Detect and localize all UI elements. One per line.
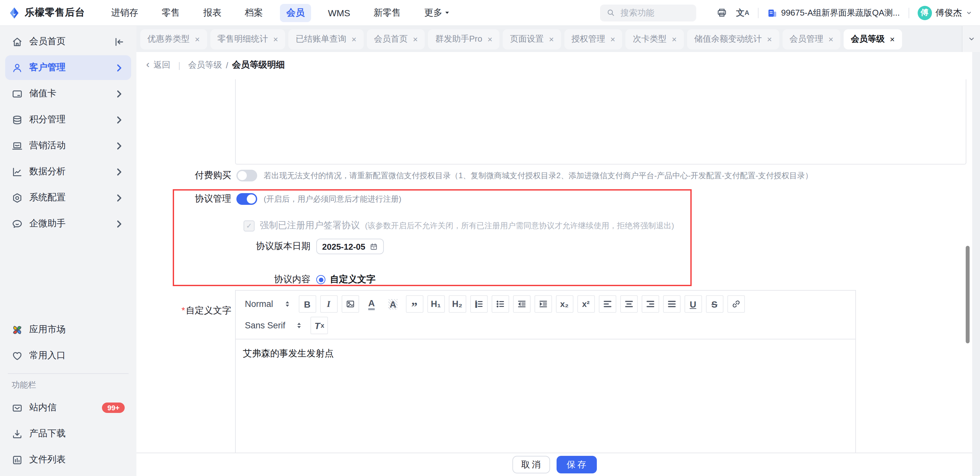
close-icon[interactable]: × bbox=[611, 35, 615, 43]
user-menu[interactable]: 傅 傅俊杰 bbox=[917, 6, 972, 20]
heading1-button[interactable]: H₁ bbox=[427, 295, 445, 313]
underline-button[interactable]: U bbox=[684, 295, 702, 313]
tab-page-settings[interactable]: 页面设置× bbox=[503, 29, 561, 49]
font-family-dropdown[interactable]: Sans Serif bbox=[241, 317, 307, 334]
force-sign-checkbox[interactable]: ✓ bbox=[243, 220, 255, 231]
sidebar-item-inbox[interactable]: 站内信99+ bbox=[5, 395, 131, 420]
nav-item-archives[interactable]: 档案 bbox=[239, 3, 269, 22]
nav-item-more[interactable]: 更多 bbox=[418, 3, 457, 22]
collapse-icon bbox=[114, 36, 125, 47]
heading2-button[interactable]: H₂ bbox=[449, 295, 466, 313]
version-date-value: 2025-12-05 bbox=[322, 241, 365, 251]
italic-button[interactable]: I bbox=[320, 295, 337, 313]
ordered-list-button[interactable] bbox=[470, 295, 487, 313]
sidebar: 会员首页客户管理储值卡积分管理营销活动数据分析系统配置企微助手 应用市场常用入口… bbox=[0, 26, 136, 476]
org-selector[interactable]: 99675-A组新界面果蔬版QA测... bbox=[767, 7, 900, 19]
breadcrumb-parent[interactable]: 会员等级 bbox=[188, 59, 222, 71]
text-color-button[interactable]: A bbox=[363, 295, 380, 313]
outdent-button[interactable] bbox=[513, 295, 530, 313]
sidebar-item-product-download[interactable]: 产品下载 bbox=[5, 422, 131, 446]
tab-member-home[interactable]: 会员首页× bbox=[367, 29, 425, 49]
tab-member-level[interactable]: 会员等级× bbox=[844, 29, 902, 49]
updown-icon bbox=[296, 322, 303, 329]
tab-coupon-type[interactable]: 优惠券类型× bbox=[140, 29, 207, 49]
agreement-label: 协议管理 bbox=[136, 193, 231, 205]
align-right-button[interactable] bbox=[641, 295, 659, 313]
clear-format-button[interactable]: Tx bbox=[311, 317, 328, 334]
close-icon[interactable]: × bbox=[413, 35, 418, 43]
scrolled-content-box bbox=[235, 79, 966, 165]
search-box[interactable] bbox=[600, 4, 697, 21]
dropdown-value: Sans Serif bbox=[245, 321, 285, 330]
nav-item-label: 新零售 bbox=[374, 7, 401, 19]
sidebar-item-data-analysis[interactable]: 数据分析 bbox=[5, 159, 131, 184]
link-button[interactable] bbox=[727, 295, 745, 313]
tab-member-management[interactable]: 会员管理× bbox=[782, 29, 840, 49]
insert-image-button[interactable] bbox=[341, 295, 359, 313]
close-icon[interactable]: × bbox=[195, 35, 200, 43]
content-type-row: 协议内容 自定义文字 bbox=[136, 274, 375, 286]
sidebar-item-label: 文件列表 bbox=[29, 454, 65, 466]
tab-retail-detail-stats[interactable]: 零售明细统计× bbox=[210, 29, 285, 49]
sidebar-item-app-market[interactable]: 应用市场 bbox=[5, 317, 131, 342]
strikethrough-button[interactable]: S bbox=[706, 295, 723, 313]
sidebar-item-file-list[interactable]: 文件列表 bbox=[5, 447, 131, 472]
scrollbar-thumb[interactable] bbox=[966, 246, 970, 343]
tab-punch-card-type[interactable]: 次卡类型× bbox=[626, 29, 684, 49]
highlight-color-button[interactable]: A bbox=[384, 295, 402, 313]
sidebar-item-system-config[interactable]: 系统配置 bbox=[5, 185, 131, 210]
close-icon[interactable]: × bbox=[672, 35, 677, 43]
align-center-button[interactable] bbox=[620, 295, 638, 313]
tab-auth-management[interactable]: 授权管理× bbox=[564, 29, 622, 49]
content-type-option: 自定义文字 bbox=[330, 274, 375, 286]
sidebar-item-label: 会员首页 bbox=[29, 36, 65, 48]
tabs-overflow-button[interactable] bbox=[962, 26, 980, 52]
print-button[interactable] bbox=[717, 7, 728, 18]
back-button[interactable]: ‹返回 bbox=[146, 59, 170, 71]
cancel-button[interactable]: 取消 bbox=[512, 456, 550, 473]
close-icon[interactable]: × bbox=[890, 35, 895, 43]
subscript-button[interactable]: x₂ bbox=[555, 295, 573, 313]
sidebar-item-member-home[interactable]: 会员首页 bbox=[5, 29, 131, 54]
translate-button[interactable]: 文A bbox=[736, 8, 749, 17]
close-icon[interactable]: × bbox=[767, 35, 772, 43]
indent-button[interactable] bbox=[534, 295, 552, 313]
sidebar-item-points-mgmt[interactable]: 积分管理 bbox=[5, 107, 131, 132]
close-icon[interactable]: × bbox=[549, 35, 554, 43]
sidebar-item-customer-mgmt[interactable]: 客户管理 bbox=[5, 55, 131, 80]
sidebar-item-common-entries[interactable]: 常用入口 bbox=[5, 343, 131, 368]
editor-content[interactable]: 艾弗森的事发生发射点 bbox=[236, 339, 855, 368]
sidebar-item-marketing[interactable]: 营销活动 bbox=[5, 133, 131, 158]
search-input[interactable] bbox=[619, 7, 682, 18]
close-icon[interactable]: × bbox=[828, 35, 833, 43]
align-justify-button[interactable] bbox=[663, 295, 680, 313]
tab-mass-sender-pro[interactable]: 群发助手Pro× bbox=[428, 29, 500, 49]
blockquote-button[interactable]: ” bbox=[406, 295, 423, 313]
force-sign-label: 强制已注册用户签署协议 bbox=[260, 220, 360, 232]
agreement-toggle[interactable] bbox=[236, 193, 257, 205]
nav-item-member[interactable]: 会员 bbox=[280, 3, 311, 22]
save-button[interactable]: 保存 bbox=[556, 456, 597, 473]
nav-item-wms[interactable]: WMS bbox=[321, 4, 356, 21]
bullet-list-button[interactable] bbox=[491, 295, 509, 313]
nav-item-reports[interactable]: 报表 bbox=[197, 3, 228, 22]
custom-text-radio[interactable] bbox=[316, 275, 325, 284]
paid-purchase-toggle[interactable] bbox=[236, 170, 257, 181]
nav-item-inventory[interactable]: 进销存 bbox=[105, 3, 145, 22]
close-icon[interactable]: × bbox=[273, 35, 278, 43]
tab-stored-value-change-stats[interactable]: 储值余额变动统计× bbox=[687, 29, 779, 49]
nav-item-retail[interactable]: 零售 bbox=[155, 3, 186, 22]
unread-badge: 99+ bbox=[102, 403, 125, 413]
coins-icon bbox=[12, 114, 23, 125]
nav-item-new-retail[interactable]: 新零售 bbox=[367, 3, 407, 22]
paragraph-style-dropdown[interactable]: Normal bbox=[241, 295, 294, 313]
tab-settled-bill-query[interactable]: 已结账单查询× bbox=[288, 29, 363, 49]
close-icon[interactable]: × bbox=[352, 35, 356, 43]
sidebar-item-wecom-assistant[interactable]: 企微助手 bbox=[5, 211, 131, 236]
sidebar-item-stored-value-card[interactable]: 储值卡 bbox=[5, 81, 131, 106]
close-icon[interactable]: × bbox=[487, 35, 492, 43]
superscript-button[interactable]: x² bbox=[577, 295, 595, 313]
version-date-input[interactable]: 2025-12-05 bbox=[316, 239, 384, 254]
align-left-button[interactable] bbox=[598, 295, 616, 313]
bold-button[interactable]: B bbox=[298, 295, 316, 313]
